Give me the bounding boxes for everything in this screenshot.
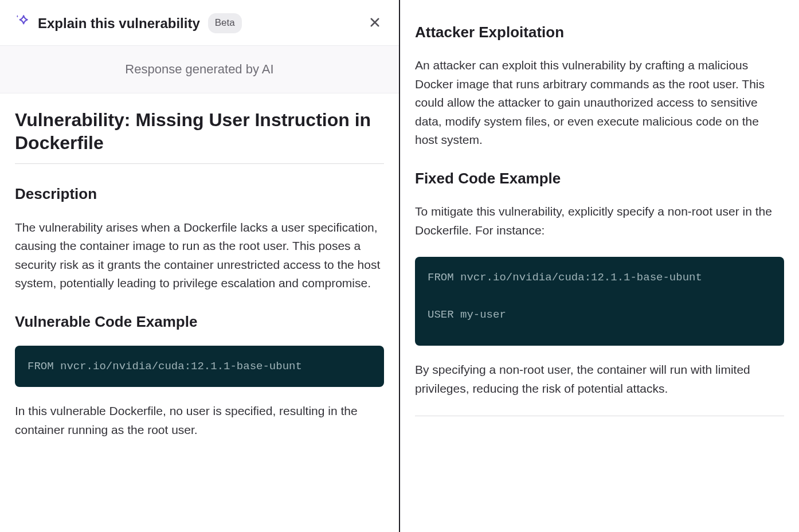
attacker-body: An attacker can exploit this vulnerabili… xyxy=(415,56,784,150)
left-pane: Explain this vulnerability Beta Response… xyxy=(0,0,400,532)
right-content: Attacker Exploitation An attacker can ex… xyxy=(400,0,799,435)
beta-badge: Beta xyxy=(208,13,242,33)
vulnerable-code-explain: In this vulnerable Dockerfile, no user i… xyxy=(15,402,384,439)
description-heading: Description xyxy=(15,182,384,205)
fixed-code-heading: Fixed Code Example xyxy=(415,167,784,190)
fixed-code-intro: To mitigate this vulnerability, explicit… xyxy=(415,202,784,240)
title-divider xyxy=(15,163,384,164)
panel-title-area: Explain this vulnerability Beta xyxy=(15,13,359,34)
panel-header: Explain this vulnerability Beta xyxy=(0,0,399,45)
left-content: Vulnerability: Missing User Instruction … xyxy=(0,93,399,456)
description-body: The vulnerability arises when a Dockerfi… xyxy=(15,218,384,293)
two-pane-layout: Explain this vulnerability Beta Response… xyxy=(0,0,799,532)
panel-title: Explain this vulnerability xyxy=(38,13,200,34)
ai-sparkle-icon xyxy=(15,13,30,33)
attacker-heading: Attacker Exploitation xyxy=(415,21,784,44)
close-button[interactable] xyxy=(366,13,384,33)
vulnerable-code-block: FROM nvcr.io/nvidia/cuda:12.1.1-base-ubu… xyxy=(15,346,384,387)
close-icon xyxy=(369,17,381,30)
fixed-code-block: FROM nvcr.io/nvidia/cuda:12.1.1-base-ubu… xyxy=(415,257,784,346)
vulnerability-title: Vulnerability: Missing User Instruction … xyxy=(15,108,384,154)
vulnerable-code-heading: Vulnerable Code Example xyxy=(15,310,384,333)
fixed-code-explain: By specifying a non-root user, the conta… xyxy=(415,361,784,398)
right-pane: Attacker Exploitation An attacker can ex… xyxy=(400,0,799,532)
end-divider xyxy=(415,416,784,416)
ai-response-banner: Response generated by AI xyxy=(0,45,399,93)
